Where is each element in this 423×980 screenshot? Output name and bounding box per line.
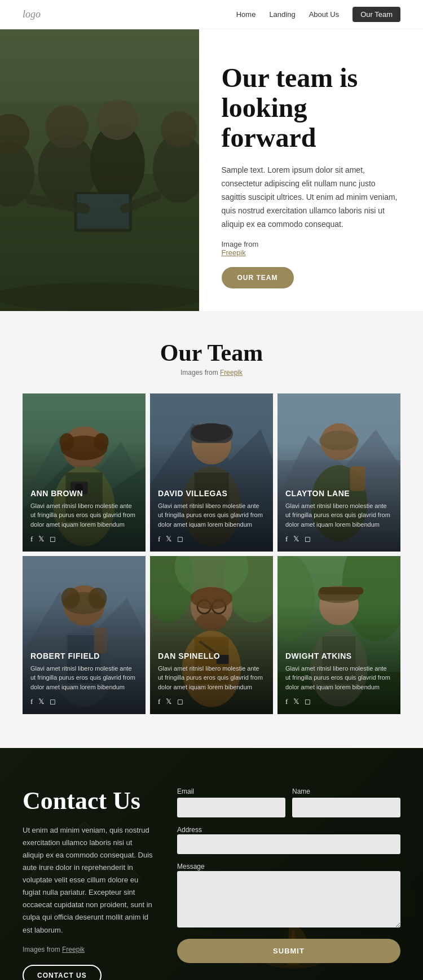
contact-us-button[interactable]: CONTACT US <box>23 965 102 980</box>
contact-section: Contact Us Ut enim ad minim veniam, quis… <box>0 748 423 980</box>
nav-link-about[interactable]: About Us <box>309 10 339 19</box>
team-member-6-desc: Glavi amet ritnisl libero molestie ante … <box>285 664 393 692</box>
team-member-4-desc: Glavi amet ritnisl libero molestie ante … <box>30 664 138 692</box>
address-input[interactable] <box>177 834 400 854</box>
address-label: Address <box>177 826 202 834</box>
team-section: Our Team Images from Freepik <box>0 311 423 748</box>
twitter-icon-3[interactable]: 𝕏 <box>293 535 299 544</box>
logo: logo <box>23 8 41 20</box>
facebook-icon-3[interactable]: f <box>285 535 288 544</box>
message-label: Message <box>177 863 205 870</box>
team-member-3-desc: Glavi amet ritnisl libero molestie ante … <box>285 501 393 530</box>
team-member-3-name: CLAYTON LANE <box>285 489 393 498</box>
team-member-1-desc: Glavi amet ritnisl libero molestie ante … <box>30 501 138 530</box>
email-label: Email <box>177 788 285 795</box>
team-member-1-name: ANN BROWN <box>30 489 138 498</box>
hero-content: Our team is looking forward Sample text.… <box>199 29 424 311</box>
team-member-3-socials: f 𝕏 ◻ <box>285 535 393 544</box>
submit-button[interactable]: SUBMIT <box>177 939 400 963</box>
twitter-icon-1[interactable]: 𝕏 <box>38 535 44 544</box>
hero-freepik-link[interactable]: Freepik <box>222 248 246 257</box>
contact-left: Contact Us Ut enim ad minim veniam, quis… <box>23 788 155 980</box>
facebook-icon-1[interactable]: f <box>30 535 33 544</box>
team-member-4-name: ROBERT FIFIELD <box>30 651 138 660</box>
team-member-5-socials: f 𝕏 ◻ <box>158 697 265 706</box>
instagram-icon-3[interactable]: ◻ <box>305 535 311 544</box>
name-label: Name <box>292 788 400 795</box>
message-textarea[interactable] <box>177 871 400 928</box>
team-member-6-name: DWIGHT ATKINS <box>285 651 393 660</box>
team-member-4-socials: f 𝕏 ◻ <box>30 697 138 706</box>
navigation: logo Home Landing About Us Our Team <box>0 0 423 29</box>
hero-image <box>0 29 199 311</box>
instagram-icon-2[interactable]: ◻ <box>177 535 183 544</box>
nav-link-home[interactable]: Home <box>236 10 256 19</box>
contact-right: Email Name Address Message SUBMIT <box>177 788 400 980</box>
twitter-icon-4[interactable]: 𝕏 <box>38 697 44 706</box>
facebook-icon-6[interactable]: f <box>285 697 288 706</box>
team-member-2-name: DAVID VILLEGAS <box>158 489 265 498</box>
team-member-2-desc: Glavi amet ritnisl libero molestie ante … <box>158 501 265 530</box>
facebook-icon-4[interactable]: f <box>30 697 33 706</box>
twitter-icon-6[interactable]: 𝕏 <box>293 697 299 706</box>
team-title: Our Team <box>23 339 400 366</box>
instagram-icon-5[interactable]: ◻ <box>177 697 183 706</box>
hero-image-credit: Image from Freepik <box>222 240 401 257</box>
team-member-2-socials: f 𝕏 ◻ <box>158 535 265 544</box>
contact-image-credit: Images from Freepik <box>23 946 155 953</box>
facebook-icon-5[interactable]: f <box>158 697 160 706</box>
nav-links: Home Landing About Us Our Team <box>236 7 400 22</box>
team-card-3: CLAYTON LANE Glavi amet ritnisl libero m… <box>277 393 400 552</box>
instagram-icon-1[interactable]: ◻ <box>50 535 56 544</box>
team-member-1-socials: f 𝕏 ◻ <box>30 535 138 544</box>
email-input[interactable] <box>177 798 285 817</box>
nav-link-landing[interactable]: Landing <box>269 10 295 19</box>
facebook-icon-2[interactable]: f <box>158 535 160 544</box>
team-member-6-socials: f 𝕏 ◻ <box>285 697 393 706</box>
team-freepik-link[interactable]: Freepik <box>220 369 243 377</box>
twitter-icon-5[interactable]: 𝕏 <box>166 697 171 706</box>
twitter-icon-2[interactable]: 𝕏 <box>166 535 171 544</box>
contact-title: Contact Us <box>23 788 155 815</box>
team-member-5-desc: Glavi amet ritnisl libero molestie ante … <box>158 664 265 692</box>
our-team-button[interactable]: OUR TEAM <box>222 267 294 288</box>
team-card-1: ANN BROWN Glavi amet ritnisl libero mole… <box>23 393 146 552</box>
team-grid: ANN BROWN Glavi amet ritnisl libero mole… <box>23 393 400 714</box>
team-card-5: DAN SPINELLO Glavi amet ritnisl libero m… <box>150 556 273 714</box>
nav-link-ourteam[interactable]: Our Team <box>352 7 400 22</box>
instagram-icon-6[interactable]: ◻ <box>305 697 311 706</box>
name-input[interactable] <box>292 798 400 817</box>
hero-description: Sample text. Lorem ipsum dolor sit amet,… <box>222 164 401 231</box>
instagram-icon-4[interactable]: ◻ <box>50 697 56 706</box>
contact-description: Ut enim ad minim veniam, quis nostrud ex… <box>23 824 155 937</box>
hero-section: Our team is looking forward Sample text.… <box>0 29 423 311</box>
contact-freepik-link[interactable]: Freepik <box>62 946 85 953</box>
team-card-2: DAVID VILLEGAS Glavi amet ritnisl libero… <box>150 393 273 552</box>
team-card-6: DWIGHT ATKINS Glavi amet ritnisl libero … <box>277 556 400 714</box>
team-subtitle: Images from Freepik <box>23 369 400 377</box>
team-card-4: ROBERT FIFIELD Glavi amet ritnisl libero… <box>23 556 146 714</box>
contact-form: Email Name Address Message SUBMIT <box>177 788 400 963</box>
hero-title: Our team is looking forward <box>222 63 401 152</box>
team-member-5-name: DAN SPINELLO <box>158 651 265 660</box>
